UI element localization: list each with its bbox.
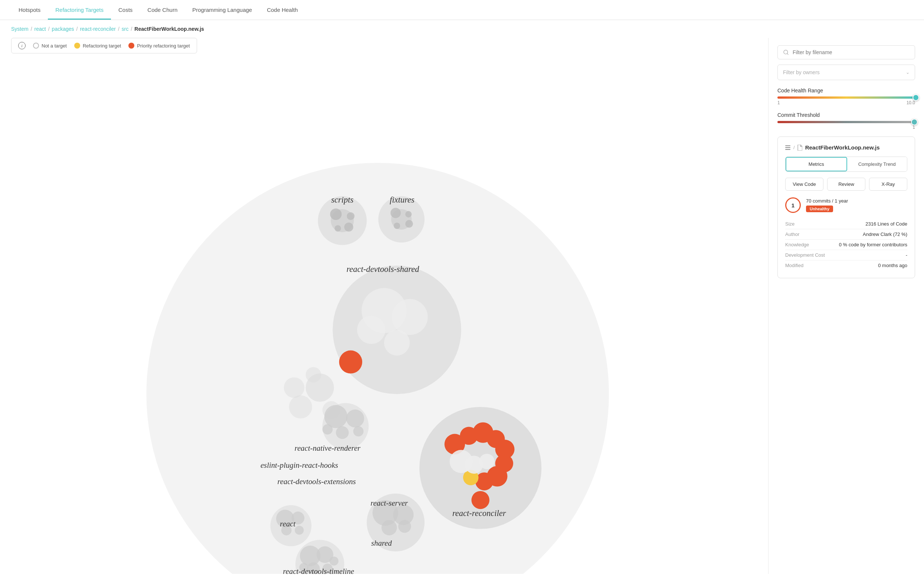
right-panel: Filter by owners ⌄ Code Health Range 1 1… [768,38,924,574]
metrics-key-author: Author [785,232,799,237]
metrics-key-modified: Modified [785,263,803,268]
tab-complexity[interactable]: Complexity Trend [847,157,907,172]
detail-card-header: / ReactFiberWorkLoop.new.js [785,144,907,151]
metrics-row-knowledge: Knowledge 0 % code by former contributor… [785,240,907,250]
svg-rect-74 [785,145,790,146]
svg-point-16 [357,316,385,344]
list-icon [785,145,791,150]
svg-point-53 [295,526,304,535]
metrics-row-size: Size 2316 Lines of Code [785,219,907,229]
svg-text:scripts: scripts [331,195,353,204]
svg-point-22 [284,377,304,398]
breadcrumb-src[interactable]: src [122,26,129,32]
health-range-values: 1 10.0 [778,100,915,105]
svg-point-12 [405,211,412,218]
svg-point-5 [335,225,341,232]
metrics-row-author: Author Andrew Clark (72 %) [785,229,907,240]
legend-not-target: Not a target [33,43,67,49]
search-icon [783,49,789,55]
health-range-min: 1 [778,100,780,105]
svg-text:react: react [280,519,296,528]
metrics-val-modified: 0 months ago [878,263,907,268]
svg-text:react-devtools-shared: react-devtools-shared [347,265,420,274]
svg-point-3 [330,208,342,220]
xray-button[interactable]: X-Ray [869,178,907,191]
health-range-track[interactable] [778,97,915,98]
breadcrumb-packages[interactable]: packages [52,26,74,32]
svg-rect-75 [785,147,790,148]
commit-range-values: 1 [778,125,915,130]
viz-svg: scripts fixtures react-devtools-shared r… [0,60,768,574]
legend-label-not-target: Not a target [41,43,67,49]
commit-threshold: Commit Threshold 1 [778,112,915,130]
svg-point-29 [353,426,364,437]
svg-point-10 [405,220,413,228]
svg-text:eslint-plugin-react-hooks: eslint-plugin-react-hooks [261,461,338,470]
nav-costs[interactable]: Costs [111,0,140,20]
svg-text:shared: shared [371,538,392,547]
health-range-thumb[interactable] [913,94,919,101]
commit-range-track[interactable] [778,121,915,123]
filter-owners-dropdown[interactable]: Filter by owners ⌄ [778,65,915,80]
svg-point-28 [323,424,333,435]
svg-point-20 [289,396,312,418]
filter-filename-input[interactable] [793,49,910,55]
metrics-row-modified: Modified 0 months ago [785,260,907,270]
tab-metrics[interactable]: Metrics [786,157,847,172]
svg-point-9 [390,208,401,218]
info-icon[interactable]: i [18,42,25,49]
commit-range-thumb[interactable] [911,119,918,125]
nav-bar: Hotspots Refactoring Targets Costs Code … [0,0,924,20]
svg-point-23 [306,367,321,383]
review-button[interactable]: Review [827,178,865,191]
svg-text:react-devtools-timeline: react-devtools-timeline [283,567,354,574]
code-health-range-label: Code Health Range [778,87,915,94]
svg-point-6 [347,212,355,220]
detail-filename: ReactFiberWorkLoop.new.js [805,144,880,151]
svg-point-18 [339,351,362,373]
svg-point-48 [398,520,411,533]
svg-point-43 [471,491,489,509]
nav-hotspots[interactable]: Hotspots [11,0,48,20]
svg-point-60 [329,556,339,565]
header-breadcrumb-icons: / [785,145,802,151]
commit-range-val-right: 1 [913,125,915,130]
metrics-val-size: 2316 Lines of Code [865,221,907,227]
health-row: 1 70 commits / 1 year Unhealthy [785,197,907,213]
metrics-key-size: Size [785,221,795,227]
nav-codehealth[interactable]: Code Health [259,0,305,20]
nav-programminglang[interactable]: Programming Language [185,0,259,20]
svg-point-15 [392,299,428,335]
action-buttons: View Code Review X-Ray [785,178,907,191]
view-code-button[interactable]: View Code [785,178,824,191]
unhealthy-badge: Unhealthy [806,205,833,212]
file-icon [797,145,802,151]
svg-point-17 [384,330,410,356]
nav-refactoring[interactable]: Refactoring Targets [48,0,111,20]
filter-owners-label: Filter by owners [783,69,820,75]
metrics-key-devcost: Development Cost [785,252,825,258]
commit-threshold-label: Commit Threshold [778,112,915,118]
nav-codechurn[interactable]: Code Churn [140,0,185,20]
metrics-key-knowledge: Knowledge [785,242,809,248]
breadcrumb: System / react / packages / react-reconc… [0,20,924,38]
chevron-down-icon: ⌄ [906,70,910,75]
card-tabs[interactable]: Metrics Complexity Trend [785,157,907,172]
metrics-val-devcost: - [906,252,907,258]
breadcrumb-reconciler[interactable]: react-reconciler [80,26,115,32]
breadcrumb-system[interactable]: System [11,26,29,32]
metrics-val-knowledge: 0 % code by former contributors [839,242,907,248]
metrics-val-author: Andrew Clark (72 %) [863,232,907,237]
left-panel: i Not a target Refactoring target Priori… [0,38,768,574]
svg-text:react-reconciler: react-reconciler [452,508,506,518]
breadcrumb-react[interactable]: react [35,26,46,32]
legend-label-refactoring: Refactoring target [83,43,121,49]
bubble-visualization[interactable]: scripts fixtures react-devtools-shared r… [0,60,768,574]
svg-line-73 [787,53,788,54]
filter-filename-container[interactable] [778,45,915,59]
svg-rect-76 [785,149,790,150]
legend-refactoring-target: Refactoring target [74,43,121,49]
breadcrumb-file: ReactFiberWorkLoop.new.js [134,26,204,32]
legend-label-priority: Priority refactoring target [137,43,189,49]
svg-point-47 [382,520,397,536]
